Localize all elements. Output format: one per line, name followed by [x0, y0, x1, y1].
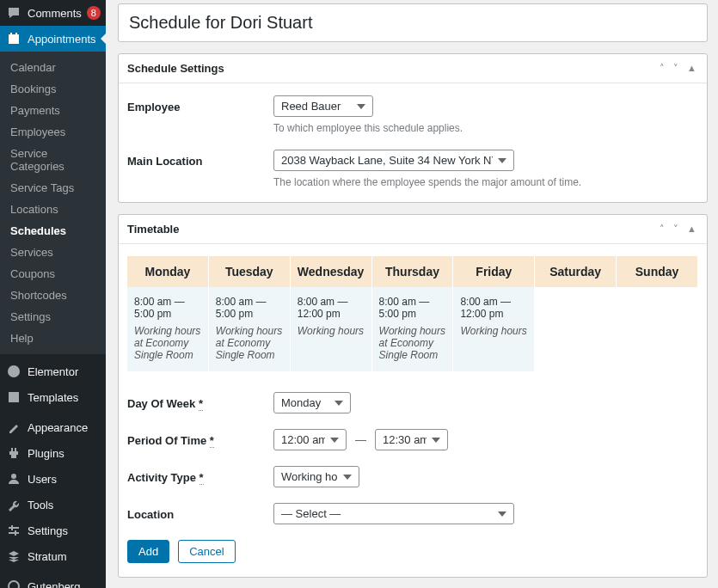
- add-button[interactable]: Add: [127, 540, 169, 563]
- location-label: Location: [127, 503, 273, 521]
- tt-note: Working hours at Economy Single Room: [379, 325, 446, 361]
- move-down-icon[interactable]: ˅: [672, 222, 680, 236]
- submenu-payments[interactable]: Payments: [0, 100, 106, 121]
- timetable-grid: Monday Tuesday Wednesday Thursday Friday…: [127, 256, 698, 371]
- plugins-icon: [7, 446, 21, 460]
- svg-rect-4: [9, 532, 19, 534]
- sidebar-label: Comments: [28, 7, 82, 20]
- sidebar-item-elementor[interactable]: Elementor: [0, 358, 106, 384]
- sidebar-item-users[interactable]: Users: [0, 466, 106, 492]
- day-header-wed: Wednesday: [291, 256, 372, 287]
- panel-title: Schedule Settings: [127, 62, 224, 75]
- sidebar-item-templates[interactable]: Templates: [0, 384, 106, 410]
- page-title: Schedule for Dori Stuart: [129, 13, 697, 33]
- svg-rect-3: [9, 527, 19, 529]
- employee-label: Employee: [127, 95, 273, 113]
- sidebar-item-plugins[interactable]: Plugins: [0, 440, 106, 466]
- day-header-thu: Thursday: [372, 256, 454, 287]
- day-header-fri: Friday: [453, 256, 535, 287]
- submenu-services[interactable]: Services: [0, 242, 106, 263]
- sidebar-item-comments[interactable]: Comments 8: [0, 0, 106, 26]
- submenu-coupons[interactable]: Coupons: [0, 263, 106, 285]
- period-to-select[interactable]: 12:30 am: [375, 429, 448, 450]
- tt-cell-wed[interactable]: 8:00 am — 12:00 pm Working hours: [291, 287, 372, 371]
- gutenberg-icon: [7, 579, 21, 588]
- tt-note: Working hours: [460, 325, 527, 337]
- submenu-schedules[interactable]: Schedules: [0, 220, 106, 242]
- activity-type-select[interactable]: Working hours: [273, 466, 359, 487]
- sidebar-submenu: Calendar Bookings Payments Employees Ser…: [0, 52, 106, 354]
- submenu-service-tags[interactable]: Service Tags: [0, 177, 106, 199]
- submenu-help[interactable]: Help: [0, 328, 106, 349]
- tt-cell-thu[interactable]: 8:00 am — 5:00 pm Working hours at Econo…: [372, 287, 454, 371]
- tt-note: Working hours at Economy Single Room: [134, 325, 201, 361]
- main-location-help: The location where the employee spends t…: [273, 176, 698, 188]
- tt-cell-mon[interactable]: 8:00 am — 5:00 pm Working hours at Econo…: [127, 287, 209, 371]
- calendar-icon: [7, 32, 21, 46]
- submenu-calendar[interactable]: Calendar: [0, 57, 106, 78]
- sidebar-item-appearance[interactable]: Appearance: [0, 414, 106, 440]
- tt-cell-sat[interactable]: [535, 287, 617, 371]
- employee-select[interactable]: Reed Bauer: [273, 95, 373, 117]
- toggle-icon[interactable]: ▲: [685, 61, 698, 76]
- panel-actions: ˄ ˅ ▲: [658, 222, 698, 236]
- svg-rect-5: [11, 525, 13, 530]
- sidebar-item-stratum[interactable]: Stratum: [0, 543, 106, 569]
- sidebar-label: Settings: [28, 524, 68, 537]
- tt-cell-tue[interactable]: 8:00 am — 5:00 pm Working hours at Econo…: [209, 287, 291, 371]
- tt-cell-fri[interactable]: 8:00 am — 12:00 pm Working hours: [453, 287, 535, 371]
- users-icon: [7, 472, 21, 486]
- sidebar-label: Plugins: [28, 447, 64, 460]
- content-area: Schedule for Dori Stuart Schedule Settin…: [106, 0, 718, 588]
- svg-rect-1: [9, 392, 19, 402]
- schedule-settings-panel: Schedule Settings ˄ ˅ ▲ Employee Reed Ba…: [118, 53, 708, 203]
- location-select[interactable]: — Select —: [273, 503, 514, 524]
- period-label: Period Of Time *: [127, 429, 273, 447]
- sidebar-label: Tools: [28, 499, 53, 511]
- cancel-button[interactable]: Cancel: [178, 540, 235, 563]
- sidebar-label: Templates: [28, 391, 78, 404]
- panel-header: Timetable ˄ ˅ ▲: [119, 215, 707, 244]
- page-title-bar: Schedule for Dori Stuart: [118, 3, 708, 42]
- tt-cell-sun[interactable]: [617, 287, 698, 371]
- tt-time: 8:00 am — 12:00 pm: [298, 296, 365, 320]
- panel-header: Schedule Settings ˄ ˅ ▲: [119, 54, 707, 83]
- sidebar-label: Gutenberg: [28, 580, 80, 589]
- templates-icon: [7, 390, 21, 404]
- move-up-icon[interactable]: ˄: [658, 61, 666, 76]
- tt-time: 8:00 am — 5:00 pm: [216, 296, 283, 320]
- submenu-bookings[interactable]: Bookings: [0, 78, 106, 100]
- tt-note: Working hours: [298, 325, 365, 337]
- period-from-select[interactable]: 12:00 am: [273, 429, 347, 450]
- svg-point-0: [8, 365, 20, 377]
- submenu-employees[interactable]: Employees: [0, 121, 106, 143]
- day-header-tue: Tuesday: [209, 256, 291, 287]
- move-up-icon[interactable]: ˄: [658, 222, 666, 236]
- sidebar-label: Users: [28, 473, 57, 486]
- submenu-locations[interactable]: Locations: [0, 199, 106, 220]
- sidebar-item-tools[interactable]: Tools: [0, 492, 106, 518]
- tools-icon: [7, 498, 21, 511]
- tt-time: 8:00 am — 5:00 pm: [379, 296, 446, 320]
- main-location-select[interactable]: 2038 Wayback Lane, Suite 34 New York NY …: [273, 150, 514, 171]
- tt-note: Working hours at Economy Single Room: [216, 325, 283, 361]
- submenu-service-categories[interactable]: Service Categories: [0, 143, 106, 177]
- main-location-label: Main Location: [127, 150, 273, 168]
- submenu-shortcodes[interactable]: Shortcodes: [0, 285, 106, 306]
- day-header-sun: Sunday: [617, 256, 698, 287]
- stratum-icon: [7, 549, 21, 563]
- submenu-settings[interactable]: Settings: [0, 306, 106, 328]
- day-of-week-label: Day Of Week *: [127, 392, 273, 410]
- comments-badge: 8: [87, 6, 101, 20]
- tt-time: 8:00 am — 12:00 pm: [460, 296, 527, 320]
- svg-point-2: [11, 474, 16, 479]
- sidebar-item-appointments[interactable]: Appointments: [0, 26, 106, 52]
- settings-icon: [7, 524, 21, 537]
- admin-sidebar: Comments 8 Appointments Calendar Booking…: [0, 0, 106, 588]
- move-down-icon[interactable]: ˅: [672, 61, 680, 76]
- day-of-week-select[interactable]: Monday: [273, 392, 351, 413]
- sidebar-item-gutenberg[interactable]: Gutenberg: [0, 573, 106, 588]
- sidebar-item-settings[interactable]: Settings: [0, 518, 106, 543]
- toggle-icon[interactable]: ▲: [685, 222, 698, 236]
- employee-help: To which employee this schedule applies.: [273, 122, 698, 134]
